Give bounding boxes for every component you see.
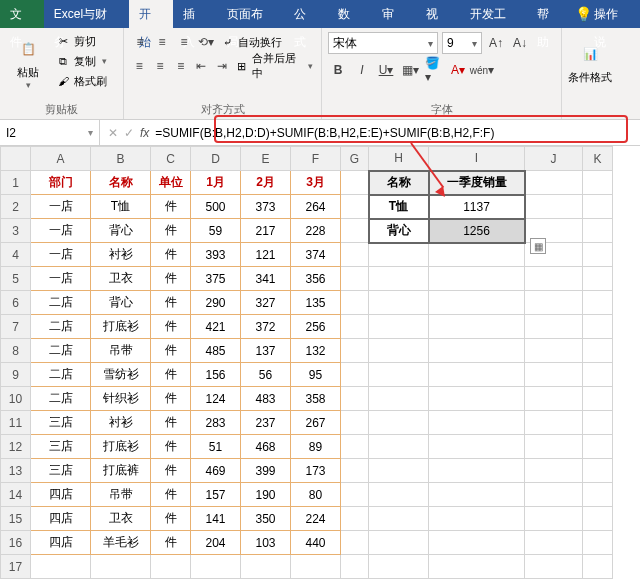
cell-F6[interactable]: 135 bbox=[291, 291, 341, 315]
enter-icon[interactable]: ✓ bbox=[124, 126, 134, 140]
cell-C16[interactable]: 件 bbox=[151, 531, 191, 555]
row-head-1[interactable]: 1 bbox=[1, 171, 31, 195]
cell-E10[interactable]: 483 bbox=[241, 387, 291, 411]
cell-A12[interactable]: 三店 bbox=[31, 435, 91, 459]
cell-E12[interactable]: 468 bbox=[241, 435, 291, 459]
fill-color-button[interactable]: 🪣▾ bbox=[424, 60, 444, 80]
cell-D9[interactable]: 156 bbox=[191, 363, 241, 387]
cell-G10[interactable] bbox=[341, 387, 369, 411]
cell-E1[interactable]: 2月 bbox=[241, 171, 291, 195]
cell-K16[interactable] bbox=[583, 531, 613, 555]
font-select[interactable]: 宋体▾ bbox=[328, 32, 438, 54]
cell-K6[interactable] bbox=[583, 291, 613, 315]
copy-button[interactable]: ⧉复制▾ bbox=[54, 52, 109, 70]
cell-E6[interactable]: 327 bbox=[241, 291, 291, 315]
cell-G16[interactable] bbox=[341, 531, 369, 555]
cell-D16[interactable]: 204 bbox=[191, 531, 241, 555]
row-head-12[interactable]: 12 bbox=[1, 435, 31, 459]
cell-F5[interactable]: 356 bbox=[291, 267, 341, 291]
cell-D12[interactable]: 51 bbox=[191, 435, 241, 459]
cell-G17[interactable] bbox=[341, 555, 369, 579]
cell-E7[interactable]: 372 bbox=[241, 315, 291, 339]
align-center-button[interactable]: ≡ bbox=[151, 56, 170, 76]
name-box[interactable]: I2 ▾ bbox=[0, 120, 100, 145]
cell-G9[interactable] bbox=[341, 363, 369, 387]
cell-I10[interactable] bbox=[429, 387, 525, 411]
cell-B10[interactable]: 针织衫 bbox=[91, 387, 151, 411]
cell-J12[interactable] bbox=[525, 435, 583, 459]
col-head-G[interactable]: G bbox=[341, 147, 369, 171]
cell-I13[interactable] bbox=[429, 459, 525, 483]
cancel-icon[interactable]: ✕ bbox=[108, 126, 118, 140]
cell-G5[interactable] bbox=[341, 267, 369, 291]
cell-D14[interactable]: 157 bbox=[191, 483, 241, 507]
cell-J9[interactable] bbox=[525, 363, 583, 387]
cell-H15[interactable] bbox=[369, 507, 429, 531]
cell-J8[interactable] bbox=[525, 339, 583, 363]
cell-A9[interactable]: 二店 bbox=[31, 363, 91, 387]
cell-K11[interactable] bbox=[583, 411, 613, 435]
row-head-10[interactable]: 10 bbox=[1, 387, 31, 411]
row-head-5[interactable]: 5 bbox=[1, 267, 31, 291]
cell-J11[interactable] bbox=[525, 411, 583, 435]
row-head-9[interactable]: 9 bbox=[1, 363, 31, 387]
cell-G8[interactable] bbox=[341, 339, 369, 363]
cell-B17[interactable] bbox=[91, 555, 151, 579]
tab-page-layout[interactable]: 页面布局 bbox=[217, 0, 285, 28]
cell-A7[interactable]: 二店 bbox=[31, 315, 91, 339]
cell-F2[interactable]: 264 bbox=[291, 195, 341, 219]
row-head-2[interactable]: 2 bbox=[1, 195, 31, 219]
bold-button[interactable]: B bbox=[328, 60, 348, 80]
cell-J7[interactable] bbox=[525, 315, 583, 339]
cell-I15[interactable] bbox=[429, 507, 525, 531]
cell-B8[interactable]: 吊带 bbox=[91, 339, 151, 363]
cell-F12[interactable]: 89 bbox=[291, 435, 341, 459]
cell-D11[interactable]: 283 bbox=[191, 411, 241, 435]
cell-A13[interactable]: 三店 bbox=[31, 459, 91, 483]
cell-C1[interactable]: 单位 bbox=[151, 171, 191, 195]
cell-B4[interactable]: 衬衫 bbox=[91, 243, 151, 267]
cell-I14[interactable] bbox=[429, 483, 525, 507]
worksheet[interactable]: ABCDEFGHIJK1部门名称单位1月2月3月名称一季度销量2一店T恤件500… bbox=[0, 146, 640, 579]
cell-C4[interactable]: 件 bbox=[151, 243, 191, 267]
row-head-4[interactable]: 4 bbox=[1, 243, 31, 267]
cell-C6[interactable]: 件 bbox=[151, 291, 191, 315]
col-head-B[interactable]: B bbox=[91, 147, 151, 171]
cell-B3[interactable]: 背心 bbox=[91, 219, 151, 243]
cell-F7[interactable]: 256 bbox=[291, 315, 341, 339]
cell-H4[interactable] bbox=[369, 243, 429, 267]
cell-E4[interactable]: 121 bbox=[241, 243, 291, 267]
cell-A2[interactable]: 一店 bbox=[31, 195, 91, 219]
cell-H7[interactable] bbox=[369, 315, 429, 339]
cell-I7[interactable] bbox=[429, 315, 525, 339]
cell-D13[interactable]: 469 bbox=[191, 459, 241, 483]
cell-A17[interactable] bbox=[31, 555, 91, 579]
col-head-D[interactable]: D bbox=[191, 147, 241, 171]
cell-E17[interactable] bbox=[241, 555, 291, 579]
cell-K13[interactable] bbox=[583, 459, 613, 483]
cell-I16[interactable] bbox=[429, 531, 525, 555]
font-size-select[interactable]: 9▾ bbox=[442, 32, 482, 54]
cell-E3[interactable]: 217 bbox=[241, 219, 291, 243]
row-head-3[interactable]: 3 bbox=[1, 219, 31, 243]
cell-C8[interactable]: 件 bbox=[151, 339, 191, 363]
row-head-17[interactable]: 17 bbox=[1, 555, 31, 579]
fx-icon[interactable]: fx bbox=[140, 126, 149, 140]
cell-E13[interactable]: 399 bbox=[241, 459, 291, 483]
tab-help[interactable]: 帮助 bbox=[527, 0, 571, 28]
cell-F15[interactable]: 224 bbox=[291, 507, 341, 531]
cell-F8[interactable]: 132 bbox=[291, 339, 341, 363]
cell-K4[interactable] bbox=[583, 243, 613, 267]
tab-dev[interactable]: 开发工具 bbox=[460, 0, 528, 28]
align-middle-button[interactable]: ≡ bbox=[152, 32, 172, 52]
cell-D7[interactable]: 421 bbox=[191, 315, 241, 339]
cell-G2[interactable] bbox=[341, 195, 369, 219]
cell-D10[interactable]: 124 bbox=[191, 387, 241, 411]
cell-D1[interactable]: 1月 bbox=[191, 171, 241, 195]
cell-K5[interactable] bbox=[583, 267, 613, 291]
cell-E8[interactable]: 137 bbox=[241, 339, 291, 363]
cell-J1[interactable] bbox=[525, 171, 583, 195]
underline-button[interactable]: U▾ bbox=[376, 60, 396, 80]
cell-C13[interactable]: 件 bbox=[151, 459, 191, 483]
cell-C12[interactable]: 件 bbox=[151, 435, 191, 459]
